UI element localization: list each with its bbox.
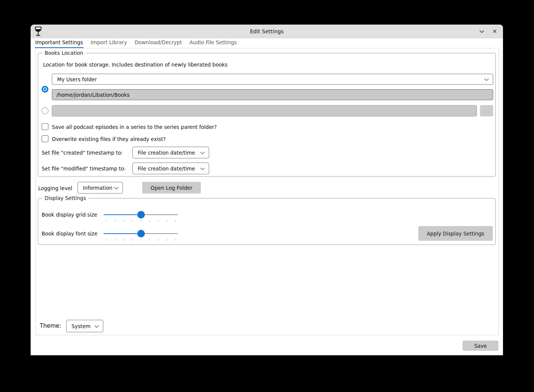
books-folder-select-value: My Users folder	[57, 76, 97, 82]
created-timestamp-label: Set file "created" timestamp to:	[42, 150, 123, 156]
modified-timestamp-label: Set file "modified" timestamp to:	[42, 166, 126, 172]
tab-important-settings[interactable]: Important Settings	[35, 38, 84, 48]
apply-display-settings-button[interactable]: Apply Display Settings	[418, 226, 493, 241]
open-log-folder-button[interactable]: Open Log Folder	[142, 182, 201, 194]
theme-select[interactable]: System	[66, 320, 103, 332]
created-timestamp-value: File creation date/time	[138, 150, 195, 156]
close-icon: ✕	[492, 28, 497, 35]
theme-label: Theme:	[40, 322, 61, 329]
grid-size-slider[interactable]	[104, 211, 178, 218]
podcast-folder-checkbox-label: Save all podcast episodes in a series to…	[52, 124, 217, 130]
display-settings-group-title: Display Settings	[42, 195, 88, 201]
tab-download-decrypt[interactable]: Download/Decrypt	[134, 38, 182, 48]
display-settings-group: Display Settings Book display grid size …	[38, 198, 496, 245]
titlebar: Edit Settings ✕	[31, 25, 503, 38]
browse-button[interactable]: ...	[480, 105, 493, 116]
logging-level-select[interactable]: Information	[78, 182, 123, 194]
slider-ticks	[106, 220, 176, 222]
books-folder-select[interactable]: My Users folder	[52, 74, 493, 85]
logging-level-value: Information	[83, 185, 112, 191]
close-button[interactable]: ✕	[489, 26, 500, 37]
tab-import-library[interactable]: Import Library	[90, 38, 127, 48]
chevron-down-icon	[484, 78, 489, 81]
window-title: Edit Settings	[31, 25, 503, 38]
modified-timestamp-select[interactable]: File creation date/time	[132, 163, 209, 174]
overwrite-checkbox[interactable]	[42, 135, 48, 142]
chevron-down-icon	[114, 187, 119, 190]
tab-bar: Important Settings Import Library Downlo…	[35, 38, 244, 48]
overwrite-checkbox-label: Overwrite existing files if they already…	[52, 136, 166, 142]
default-path-field[interactable]: /home/jordan/Libation/Books	[52, 89, 493, 100]
font-size-slider-thumb[interactable]	[137, 230, 145, 237]
modified-timestamp-value: File creation date/time	[138, 166, 195, 172]
grid-size-slider-thumb[interactable]	[137, 211, 145, 218]
books-location-group: Books Location Location for book storage…	[38, 53, 496, 177]
font-size-slider[interactable]	[104, 230, 178, 237]
chevron-down-icon	[94, 325, 99, 328]
custom-path-radio[interactable]	[42, 107, 48, 114]
slider-fill	[104, 233, 141, 234]
slider-fill	[104, 214, 141, 215]
books-location-description: Location for book storage. Includes dest…	[43, 62, 228, 68]
default-path-radio[interactable]	[42, 86, 48, 93]
chevron-down-icon	[200, 152, 205, 155]
chevron-down-icon	[479, 30, 484, 33]
slider-ticks	[106, 239, 176, 241]
tab-audio-file-settings[interactable]: Audio File Settings	[189, 38, 237, 48]
custom-path-field[interactable]	[52, 105, 477, 116]
theme-value: System	[71, 323, 90, 329]
save-button[interactable]: Save	[463, 341, 498, 351]
logging-level-label: Logging level	[38, 185, 72, 191]
minimize-button[interactable]	[477, 26, 487, 37]
podcast-folder-checkbox[interactable]	[42, 123, 48, 130]
chevron-down-icon	[200, 167, 205, 170]
edit-settings-window: Edit Settings ✕ Important Settings Impor…	[31, 25, 503, 355]
grid-size-label: Book display grid size	[42, 212, 97, 218]
font-size-label: Book display font size	[42, 231, 97, 237]
created-timestamp-select[interactable]: File creation date/time	[132, 147, 209, 158]
books-location-group-title: Books Location	[42, 50, 85, 56]
